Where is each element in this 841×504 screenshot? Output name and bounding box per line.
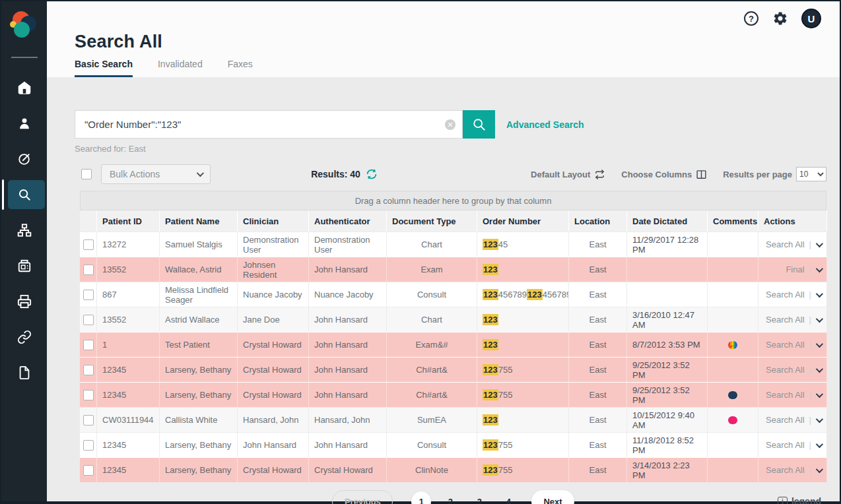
chevron-down-icon[interactable] xyxy=(816,440,823,447)
sidebar-item-gauge[interactable] xyxy=(1,141,47,177)
sidebar-item-users[interactable] xyxy=(1,106,47,141)
cell-document-type: Ch#art& xyxy=(387,358,477,382)
sidebar-item-print[interactable] xyxy=(1,284,47,319)
select-all-checkbox[interactable] xyxy=(81,169,92,179)
column-header-clinician[interactable]: Clinician xyxy=(238,210,309,232)
cell-authenticator: Nuance Jacoby xyxy=(309,282,387,307)
row-action-link[interactable]: Search All xyxy=(766,340,805,350)
row-checkbox[interactable] xyxy=(83,415,94,425)
column-header-patient-id[interactable]: Patient ID xyxy=(97,210,160,232)
comment-navy-bubble-icon[interactable] xyxy=(728,391,737,399)
comment-rainbow-bubble-icon[interactable] xyxy=(728,341,737,349)
choose-columns-button[interactable]: Choose Columns xyxy=(621,169,707,180)
pagination: Previous 1234 Next i legend xyxy=(80,490,826,504)
page-button-1[interactable]: 1 xyxy=(411,491,431,504)
sidebar-item-documents[interactable] xyxy=(1,355,47,391)
tab-faxes[interactable]: Faxes xyxy=(228,59,253,77)
row-action-link[interactable]: Search All xyxy=(766,440,805,450)
advanced-search-link[interactable]: Advanced Search xyxy=(506,119,584,130)
table-header-row: Patient IDPatient NameClinicianAuthentic… xyxy=(80,210,826,232)
tab-basic-search[interactable]: Basic Search xyxy=(75,59,133,77)
sidebar-item-home[interactable] xyxy=(1,70,47,106)
row-checkbox[interactable] xyxy=(83,390,94,400)
default-layout-button[interactable]: Default Layout xyxy=(531,169,605,180)
sidebar xyxy=(1,1,47,501)
main-area: ? U Search All Basic SearchInvalidatedFa… xyxy=(47,1,840,501)
chevron-down-icon[interactable] xyxy=(816,265,823,272)
avatar[interactable]: U xyxy=(801,9,821,28)
column-header-location[interactable]: Location xyxy=(569,210,627,232)
row-action-link[interactable]: Search All xyxy=(766,315,805,325)
cell-clinician: Hansard, John xyxy=(238,408,309,432)
chevron-down-icon[interactable] xyxy=(816,415,823,422)
row-checkbox[interactable] xyxy=(83,365,94,375)
page-button-2[interactable]: 2 xyxy=(440,491,460,504)
document-icon xyxy=(17,365,32,380)
page-button-4[interactable]: 4 xyxy=(498,491,518,504)
column-header-document-type[interactable]: Document Type xyxy=(387,210,477,232)
chevron-down-icon[interactable] xyxy=(816,465,823,472)
app-logo-icon[interactable] xyxy=(9,9,40,41)
cell-patient-name: Astrid Wallace xyxy=(160,307,238,332)
row-action-link[interactable]: Search All xyxy=(766,290,805,299)
row-checkbox[interactable] xyxy=(83,340,94,350)
cell-location: East xyxy=(569,332,627,357)
column-header-comments[interactable]: Comments xyxy=(708,210,758,232)
chevron-down-icon[interactable] xyxy=(816,340,823,347)
gear-icon[interactable] xyxy=(772,11,788,26)
previous-button[interactable]: Previous xyxy=(332,490,393,504)
sidebar-item-links[interactable] xyxy=(1,319,47,355)
column-header-patient-name[interactable]: Patient Name xyxy=(160,210,238,232)
search-input[interactable] xyxy=(84,119,445,130)
bulk-actions-select[interactable]: Bulk Actions xyxy=(101,164,211,184)
search-row: ✕ Advanced Search xyxy=(75,110,826,139)
chevron-down-icon xyxy=(197,170,204,177)
row-action-link[interactable]: Search All xyxy=(766,239,805,249)
page-button-3[interactable]: 3 xyxy=(469,491,489,504)
cell-actions: Search All| xyxy=(758,282,827,307)
search-button[interactable] xyxy=(463,110,495,139)
cell-clinician: John Hansard xyxy=(238,433,309,457)
row-action-link[interactable]: Search All xyxy=(766,390,805,400)
group-by-bar[interactable]: Drag a column header here to group by th… xyxy=(80,191,826,210)
sidebar-item-fax[interactable] xyxy=(1,248,47,284)
gauge-icon xyxy=(17,152,32,166)
comment-magenta-bubble-icon[interactable] xyxy=(728,416,737,424)
column-header-actions[interactable]: Actions xyxy=(758,210,827,232)
active-indicator-bar xyxy=(2,179,4,210)
row-checkbox[interactable] xyxy=(83,465,94,476)
tab-invalidated[interactable]: Invalidated xyxy=(158,59,203,77)
row-action-link[interactable]: Search All xyxy=(766,465,805,475)
clear-icon[interactable]: ✕ xyxy=(445,119,455,130)
row-checkbox[interactable] xyxy=(83,265,94,275)
row-action-link[interactable]: Search All xyxy=(766,415,805,425)
column-header-authenticator[interactable]: Authenticator xyxy=(309,210,387,232)
column-header-order-number[interactable]: Order Number xyxy=(477,210,569,232)
sidebar-item-search[interactable] xyxy=(1,177,47,212)
row-checkbox[interactable] xyxy=(83,290,94,300)
cell-document-type: Exam xyxy=(387,257,477,282)
row-action-link[interactable]: Final xyxy=(786,265,804,274)
chevron-down-icon[interactable] xyxy=(816,390,823,397)
info-icon: i xyxy=(778,497,788,504)
row-checkbox[interactable] xyxy=(83,315,94,325)
cell-location: East xyxy=(569,257,627,282)
cell-patient-name: Larseny, Bethany xyxy=(160,433,238,457)
sidebar-item-sitemap[interactable] xyxy=(1,212,47,248)
refresh-icon[interactable] xyxy=(366,168,378,180)
chevron-down-icon[interactable] xyxy=(816,290,823,297)
chevron-down-icon[interactable] xyxy=(816,239,823,247)
cell-document-type: Consult xyxy=(387,433,477,457)
results-per-page-select[interactable]: 10 xyxy=(796,167,826,181)
cell-comments xyxy=(708,433,758,457)
chevron-down-icon[interactable] xyxy=(816,315,823,322)
chevron-down-icon[interactable] xyxy=(816,365,823,372)
help-icon[interactable]: ? xyxy=(743,11,759,26)
cell-comments xyxy=(708,408,758,432)
legend-button[interactable]: i legend xyxy=(778,496,821,504)
column-header-date-dictated[interactable]: Date Dictated xyxy=(627,210,708,232)
row-checkbox[interactable] xyxy=(83,440,94,451)
row-checkbox[interactable] xyxy=(83,239,94,250)
row-action-link[interactable]: Search All xyxy=(766,365,805,375)
next-button[interactable]: Next xyxy=(531,490,574,504)
